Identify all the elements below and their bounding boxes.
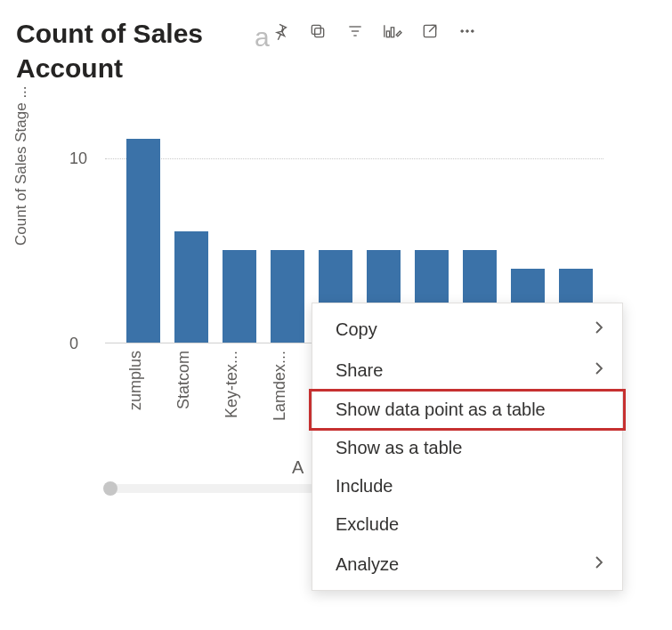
menu-item-label: Include	[336, 476, 393, 497]
bar[interactable]	[271, 250, 304, 343]
copy-icon[interactable]	[308, 21, 328, 41]
svg-rect-6	[386, 31, 389, 37]
x-tick-label: Statcom	[174, 351, 208, 440]
menu-item-label: Share	[336, 360, 383, 381]
bar[interactable]	[223, 250, 256, 343]
x-tick-label: Key-tex...	[223, 351, 256, 440]
chevron-right-icon	[594, 359, 604, 382]
bar[interactable]	[126, 139, 160, 343]
menu-item-include[interactable]: Include	[312, 467, 622, 505]
visual-title: Count of Sales Account	[16, 16, 265, 85]
svg-rect-1	[312, 25, 320, 34]
menu-item-label: Copy	[336, 319, 377, 340]
context-menu: CopyShareShow data point as a tableShow …	[312, 303, 623, 591]
visual-toolbar	[271, 16, 477, 41]
pin-icon[interactable]	[271, 21, 290, 41]
chevron-right-icon	[594, 318, 604, 341]
x-tick-label: zumplus	[126, 351, 160, 440]
menu-item-copy[interactable]: Copy	[312, 309, 622, 350]
y-axis-label: Count of Sales Stage ...	[12, 85, 30, 246]
menu-item-label: Analyze	[336, 554, 399, 575]
menu-item-label: Exclude	[336, 514, 399, 535]
personalize-icon[interactable]	[383, 21, 402, 41]
y-tick-label: 10	[69, 149, 87, 167]
svg-rect-7	[391, 28, 393, 37]
bar[interactable]	[174, 231, 208, 343]
svg-point-11	[472, 30, 474, 33]
menu-item-exclude[interactable]: Exclude	[312, 505, 622, 544]
svg-point-10	[466, 30, 469, 33]
y-tick-label: 0	[69, 335, 78, 353]
menu-item-show-data-point-as-a-table[interactable]: Show data point as a table	[312, 391, 622, 429]
filter-icon[interactable]	[345, 21, 365, 41]
menu-item-share[interactable]: Share	[312, 350, 622, 391]
svg-point-9	[461, 30, 464, 33]
more-icon[interactable]	[457, 21, 477, 41]
visual-header: Count of Sales Account	[16, 16, 656, 85]
menu-item-analyze[interactable]: Analyze	[312, 544, 622, 585]
menu-item-label: Show data point as a table	[336, 400, 546, 420]
scrollbar-thumb[interactable]	[103, 481, 117, 496]
x-axis-title: A	[292, 457, 304, 478]
menu-item-label: Show as a table	[336, 438, 462, 458]
menu-item-show-as-a-table[interactable]: Show as a table	[312, 429, 622, 467]
export-icon[interactable]	[420, 21, 440, 41]
x-tick-label: Lamdex...	[271, 351, 304, 440]
chevron-right-icon	[594, 553, 604, 576]
svg-rect-0	[315, 28, 324, 37]
